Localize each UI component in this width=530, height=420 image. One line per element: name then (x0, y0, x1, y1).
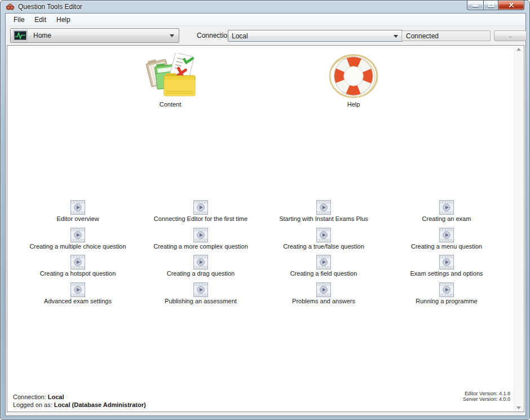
misc-toolbar-button[interactable]: - (494, 30, 527, 41)
menu-bar: File Edit Help (6, 14, 525, 26)
shortcut-help[interactable]: Help (314, 53, 393, 108)
connection-status-text: Connected (406, 32, 439, 40)
video-label: Connecting Editor for the first time (154, 215, 248, 222)
menu-edit[interactable]: Edit (29, 14, 51, 25)
vertical-scrollbar[interactable] (514, 46, 523, 411)
minimize-icon (472, 5, 478, 7)
nav-selected-label: Home (33, 32, 51, 39)
video-item[interactable]: Creating a more complex question (139, 228, 262, 255)
film-strip-icon (439, 200, 454, 215)
video-item[interactable]: Running a programme (385, 282, 508, 310)
chevron-down-icon (394, 35, 398, 38)
status-logged-line: Logged on as: Local (Database Administra… (13, 401, 146, 409)
video-label: Creating a menu question (411, 243, 482, 250)
film-strip-icon (439, 282, 454, 297)
app-logo-icon (6, 2, 15, 11)
client-area: File Edit Help Home Connection: Local (5, 13, 526, 416)
title-bar[interactable]: Question Tools Editor (1, 1, 529, 12)
film-strip-icon (70, 228, 85, 242)
shortcut-content[interactable]: Content (131, 53, 210, 108)
video-label: Creating a field question (290, 270, 357, 277)
film-strip-icon (439, 228, 454, 242)
content-pane: Content Help (7, 45, 524, 412)
folders-icon (141, 53, 200, 99)
server-version-line: Server Version: 4.0.0 (463, 396, 510, 402)
chevron-down-icon (170, 34, 174, 37)
lifebuoy-icon (326, 53, 381, 99)
shortcut-help-label: Help (347, 101, 360, 108)
status-block: Connection: Local Logged on as: Local (D… (13, 393, 146, 409)
video-item[interactable]: Starting with Instant Exams Plus (262, 200, 385, 228)
video-item[interactable]: Publishing an assessment (139, 282, 262, 310)
film-strip-icon (439, 255, 454, 269)
video-item[interactable]: Creating an exam (385, 200, 508, 228)
nav-dropdown[interactable]: Home (10, 28, 179, 43)
video-label: Creating a true/false question (283, 243, 364, 250)
video-label: Creating a multiple choice question (29, 243, 126, 250)
scroll-down-icon[interactable] (516, 406, 521, 409)
video-item[interactable]: Creating a multiple choice question (16, 228, 139, 255)
video-item[interactable]: Advanced exam settings (16, 282, 139, 310)
film-strip-icon (316, 282, 331, 297)
video-item[interactable]: Creating a true/false question (262, 228, 385, 255)
connection-selected-label: Local (232, 32, 248, 40)
tutorial-videos-grid: Editor overview Connec (16, 200, 508, 310)
video-item[interactable]: Problems and answers (262, 282, 385, 310)
connection-dropdown[interactable]: Local (228, 30, 403, 42)
menu-help[interactable]: Help (51, 14, 76, 25)
film-strip-icon (316, 228, 331, 242)
editor-version-line: Editor Version: 4.1.8 (463, 391, 510, 396)
maximize-button[interactable] (483, 1, 498, 10)
waveform-monitor-icon (13, 30, 28, 41)
window-controls (467, 1, 524, 10)
toolbar: Home Connection: Local Connected - (6, 26, 525, 45)
video-label: Advanced exam settings (44, 298, 112, 304)
scroll-up-icon[interactable] (516, 48, 521, 51)
video-item[interactable]: Connecting Editor for the first time (139, 200, 262, 228)
menu-file[interactable]: File (8, 14, 29, 25)
video-item[interactable]: Editor overview (16, 200, 139, 228)
film-strip-icon (316, 255, 331, 269)
video-label: Creating an exam (422, 215, 471, 222)
video-item[interactable]: Exam settings and options (385, 255, 508, 282)
video-item[interactable]: Creating a drag question (139, 255, 262, 282)
app-window: Question Tools Editor File Edit Help Hom… (0, 0, 530, 420)
video-label: Creating a hotspot question (40, 270, 116, 277)
shortcut-content-label: Content (160, 101, 182, 108)
video-label: Running a programme (416, 298, 477, 304)
film-strip-icon (193, 255, 208, 269)
film-strip-icon (316, 200, 331, 215)
version-info: Editor Version: 4.1.8 Server Version: 4.… (463, 391, 510, 402)
video-label: Creating a drag question (167, 270, 235, 277)
video-item[interactable]: Creating a menu question (385, 228, 508, 255)
video-label: Publishing an assessment (165, 298, 237, 304)
minimize-button[interactable] (467, 1, 483, 10)
video-label: Exam settings and options (410, 270, 483, 277)
film-strip-icon (193, 200, 208, 215)
connection-status-field[interactable]: Connected (401, 30, 491, 41)
close-button[interactable] (498, 1, 524, 10)
film-strip-icon (193, 282, 208, 297)
film-strip-icon (70, 282, 85, 297)
film-strip-icon (193, 228, 208, 242)
video-label: Starting with Instant Exams Plus (279, 215, 368, 222)
film-strip-icon (70, 255, 85, 269)
video-label: Creating a more complex question (153, 243, 248, 250)
status-connection-line: Connection: Local (13, 393, 146, 401)
video-item[interactable]: Creating a field question (262, 255, 385, 282)
window-title: Question Tools Editor (18, 3, 82, 11)
video-label: Editor overview (56, 215, 99, 222)
close-icon (508, 2, 515, 8)
video-label: Problems and answers (292, 298, 355, 304)
film-strip-icon (70, 200, 85, 215)
video-item[interactable]: Creating a hotspot question (16, 255, 139, 282)
maximize-icon (488, 3, 494, 7)
